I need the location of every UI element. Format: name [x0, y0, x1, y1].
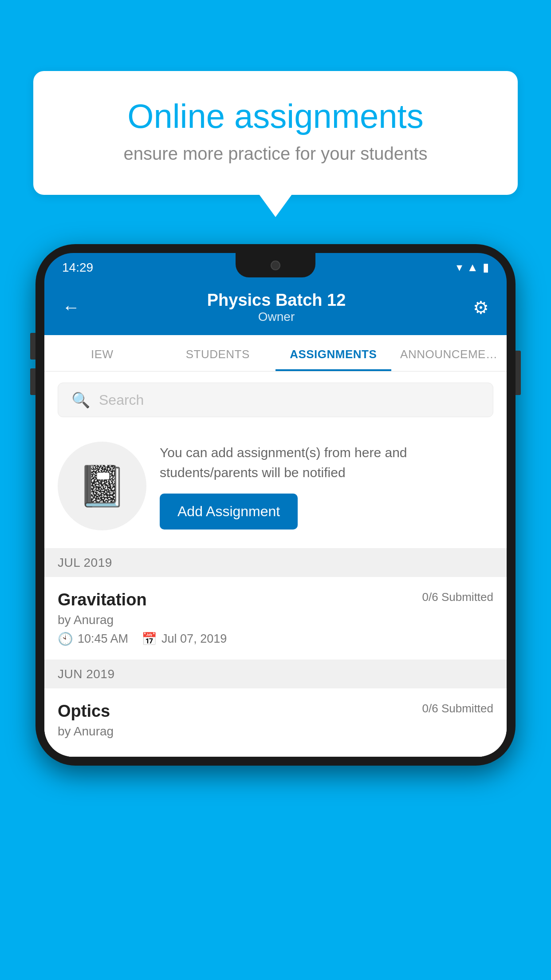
assignment-time-value: 10:45 AM: [78, 632, 128, 646]
speech-bubble: Online assignments ensure more practice …: [33, 71, 518, 195]
notch: [236, 253, 315, 277]
front-camera: [271, 261, 280, 270]
assignment-author-gravitation: by Anurag: [58, 613, 493, 627]
phone-frame: 14:29 ▾ ▲ ▮ ← Physics Batch 12 Owner ⚙ I…: [35, 244, 516, 766]
signal-icon: ▲: [467, 261, 478, 274]
assignment-optics[interactable]: Optics 0/6 Submitted by Anurag: [44, 688, 507, 757]
assignment-meta-gravitation: 🕙 10:45 AM 📅 Jul 07, 2019: [58, 632, 493, 646]
promo-section: 📓 You can add assignment(s) from here an…: [44, 428, 507, 549]
status-bar: 14:29 ▾ ▲ ▮: [44, 253, 507, 282]
speech-bubble-title: Online assignments: [64, 98, 487, 135]
promo-icon-circle: 📓: [58, 442, 146, 530]
search-placeholder: Search: [99, 392, 144, 408]
tab-students[interactable]: STUDENTS: [160, 335, 276, 371]
volume-down-button: [30, 368, 35, 395]
tab-bar: IEW STUDENTS ASSIGNMENTS ANNOUNCEME…: [44, 335, 507, 371]
wifi-icon: ▾: [457, 261, 462, 274]
promo-description: You can add assignment(s) from here and …: [160, 443, 493, 482]
tab-iew[interactable]: IEW: [44, 335, 160, 371]
app-header: ← Physics Batch 12 Owner ⚙: [44, 282, 507, 335]
status-time: 14:29: [62, 261, 93, 275]
content-area: 🔍 Search 📓 You can add assignment(s) fro…: [44, 371, 507, 757]
search-icon: 🔍: [71, 391, 90, 409]
notebook-icon: 📓: [77, 463, 127, 510]
assignment-author-optics: by Anurag: [58, 724, 493, 739]
power-button: [516, 351, 521, 395]
speech-bubble-container: Online assignments ensure more practice …: [33, 71, 518, 195]
assignment-title-gravitation: Gravitation: [58, 590, 147, 609]
tab-announcements[interactable]: ANNOUNCEME…: [391, 335, 507, 371]
assignment-time-gravitation: 🕙 10:45 AM: [58, 632, 128, 646]
assignment-title-optics: Optics: [58, 702, 110, 721]
assignment-gravitation[interactable]: Gravitation 0/6 Submitted by Anurag 🕙 10…: [44, 577, 507, 660]
clock-icon: 🕙: [58, 632, 73, 646]
header-title: Physics Batch 12: [207, 291, 346, 310]
header-title-group: Physics Batch 12 Owner: [207, 291, 346, 324]
assignment-submitted-optics: 0/6 Submitted: [422, 702, 493, 715]
volume-up-button: [30, 333, 35, 360]
assignment-header: Gravitation 0/6 Submitted: [58, 590, 493, 609]
assignment-date-gravitation: 📅 Jul 07, 2019: [142, 632, 227, 646]
header-subtitle: Owner: [207, 310, 346, 324]
tab-assignments[interactable]: ASSIGNMENTS: [276, 335, 391, 371]
assignment-date-value: Jul 07, 2019: [161, 632, 227, 646]
calendar-icon: 📅: [142, 632, 157, 646]
settings-icon[interactable]: ⚙: [473, 297, 489, 318]
phone-container: 14:29 ▾ ▲ ▮ ← Physics Batch 12 Owner ⚙ I…: [35, 244, 516, 766]
speech-bubble-subtitle: ensure more practice for your students: [64, 144, 487, 164]
section-header-jul: JUL 2019: [44, 549, 507, 577]
status-icons: ▾ ▲ ▮: [457, 261, 489, 274]
add-assignment-button[interactable]: Add Assignment: [160, 494, 298, 530]
assignment-submitted-gravitation: 0/6 Submitted: [422, 590, 493, 604]
section-header-jun: JUN 2019: [44, 660, 507, 688]
search-container: 🔍 Search: [44, 371, 507, 428]
search-bar[interactable]: 🔍 Search: [58, 383, 493, 417]
promo-content: You can add assignment(s) from here and …: [160, 443, 493, 530]
battery-icon: ▮: [483, 261, 489, 274]
screen: 14:29 ▾ ▲ ▮ ← Physics Batch 12 Owner ⚙ I…: [44, 253, 507, 757]
back-button[interactable]: ←: [62, 297, 80, 317]
assignment-optics-header: Optics 0/6 Submitted: [58, 702, 493, 721]
